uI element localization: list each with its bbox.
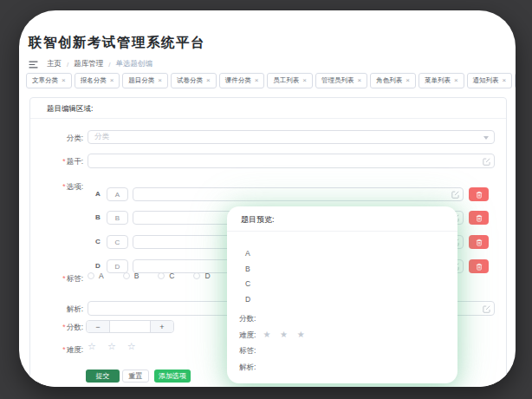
trash-icon — [476, 239, 483, 246]
radio-option-b[interactable]: B — [123, 271, 139, 280]
required-asterisk: * — [62, 323, 65, 331]
edit-icon[interactable] — [451, 186, 459, 202]
radio-label: A — [99, 271, 104, 280]
tab-label: 角色列表 — [376, 76, 402, 85]
score-input[interactable] — [110, 321, 150, 332]
reset-button[interactable]: 重置 — [122, 370, 149, 383]
tab-label: 题目分类 — [128, 76, 154, 85]
category-placeholder: 分类 — [94, 132, 109, 142]
tab-label: 菜单列表 — [425, 76, 451, 85]
difficulty-star-rating[interactable]: ☆ ☆ ☆ — [88, 341, 140, 352]
stem-label: *题干: — [30, 157, 83, 167]
delete-option-button[interactable] — [469, 211, 489, 225]
tab-label: 管理员列表 — [321, 76, 354, 85]
tab-label: 通知列表 — [473, 76, 499, 85]
delete-option-button[interactable] — [469, 187, 489, 201]
tab-signup-categories[interactable]: 报名分类× — [75, 73, 120, 88]
label-text: 难度: — [67, 345, 83, 354]
option-key-value: D — [115, 263, 120, 271]
preview-option: D — [245, 292, 250, 308]
close-icon[interactable]: × — [158, 77, 162, 84]
tab-label: 文章分类 — [32, 76, 58, 85]
option-key-value: A — [115, 191, 120, 199]
close-icon[interactable]: × — [454, 77, 458, 84]
radio-icon — [193, 272, 200, 279]
tab-admin-list[interactable]: 管理员列表× — [315, 73, 367, 88]
trash-icon — [476, 191, 483, 199]
answer-label: *标答: — [30, 274, 83, 285]
tab-staff-list[interactable]: 员工列表× — [267, 73, 313, 88]
stem-input[interactable] — [88, 154, 495, 168]
option-key-input[interactable]: B — [107, 211, 128, 225]
option-letter: B — [94, 213, 102, 221]
delete-option-button[interactable] — [469, 235, 489, 249]
add-option-button[interactable]: 添加选项 — [154, 370, 191, 383]
decrease-button[interactable]: − — [87, 321, 110, 332]
breadcrumb-separator: / — [67, 61, 68, 69]
close-icon[interactable]: × — [358, 77, 362, 84]
difficulty-label: *难度: — [30, 345, 83, 356]
label-text: 题干: — [67, 157, 83, 166]
app-window: 联智创新考试管理系统平台 主页 / 题库管理 / 单选题创编 文章分类× 报名分… — [19, 10, 516, 387]
edit-icon[interactable] — [483, 301, 490, 317]
required-asterisk: * — [62, 274, 65, 283]
preview-analysis-label: 解析: — [239, 359, 256, 376]
radio-option-d[interactable]: D — [193, 271, 210, 280]
breadcrumb-question-bank[interactable]: 题库管理 — [74, 59, 103, 69]
preview-option: A — [245, 246, 250, 262]
label-text: 解析: — [67, 304, 83, 313]
delete-option-button[interactable] — [469, 259, 489, 273]
submit-button[interactable]: 提交 — [86, 370, 120, 383]
tab-courseware-categories[interactable]: 课件分类× — [219, 73, 265, 88]
breadcrumb-home[interactable]: 主页 — [47, 59, 62, 69]
category-select[interactable]: 分类 — [88, 130, 495, 144]
tab-notice-list[interactable]: 通知列表× — [467, 73, 513, 88]
close-icon[interactable]: × — [302, 77, 307, 84]
preview-difficulty-label: 难度: — [239, 327, 256, 343]
close-icon[interactable]: × — [62, 77, 66, 84]
label-text: 标答: — [67, 274, 83, 283]
option-key-value: C — [115, 239, 120, 246]
required-asterisk: * — [62, 157, 65, 166]
required-asterisk: * — [62, 182, 65, 191]
close-icon[interactable]: × — [503, 77, 507, 84]
radio-option-c[interactable]: C — [158, 271, 174, 280]
breadcrumb-current-page: 单选题创编 — [115, 59, 152, 69]
close-icon[interactable]: × — [206, 77, 211, 84]
option-key-value: B — [115, 214, 120, 222]
tab-announcement-detail[interactable]: 公告详情× — [515, 73, 516, 88]
preview-divider — [227, 231, 457, 232]
close-icon[interactable]: × — [255, 77, 259, 84]
radio-option-a[interactable]: A — [88, 271, 104, 280]
increase-button[interactable]: + — [150, 321, 173, 332]
tab-paper-categories[interactable]: 试卷分类× — [171, 73, 217, 88]
tab-article-categories[interactable]: 文章分类× — [26, 73, 72, 88]
menu-icon[interactable] — [29, 61, 38, 69]
editor-panel-header: 题目编辑区域: — [30, 98, 506, 119]
tab-label: 试卷分类 — [177, 76, 203, 85]
breadcrumb-separator: / — [108, 61, 110, 69]
radio-icon — [123, 272, 130, 279]
question-preview-panel: 题目预览: A B C D 分数: 难度:★ ★ ★ 标答: 解析: — [227, 206, 457, 383]
tab-label: 课件分类 — [225, 76, 251, 85]
tab-menu-list[interactable]: 菜单列表× — [418, 73, 464, 88]
radio-icon — [88, 272, 94, 279]
close-icon[interactable]: × — [110, 77, 114, 84]
option-key-input[interactable]: C — [107, 235, 128, 249]
tab-question-categories[interactable]: 题目分类× — [122, 73, 168, 88]
page-title: 联智创新考试管理系统平台 — [29, 34, 205, 52]
edit-icon[interactable] — [483, 154, 490, 169]
radio-label: D — [204, 271, 210, 280]
close-icon[interactable]: × — [405, 77, 410, 84]
preview-option: B — [245, 262, 250, 278]
option-key-input[interactable]: A — [107, 187, 128, 201]
preview-meta: 分数: 难度:★ ★ ★ 标答: 解析: — [239, 311, 308, 375]
score-label: *分数: — [30, 323, 83, 333]
tab-role-list[interactable]: 角色列表× — [370, 73, 416, 88]
preview-score-label: 分数: — [239, 311, 256, 327]
preview-answer-label: 标答: — [239, 343, 256, 359]
analysis-label: 解析: — [30, 304, 83, 315]
option-content-input[interactable] — [133, 187, 464, 201]
screen-background: 联智创新考试管理系统平台 主页 / 题库管理 / 单选题创编 文章分类× 报名分… — [0, 0, 532, 399]
answer-radio-group: A B C D — [88, 271, 211, 280]
